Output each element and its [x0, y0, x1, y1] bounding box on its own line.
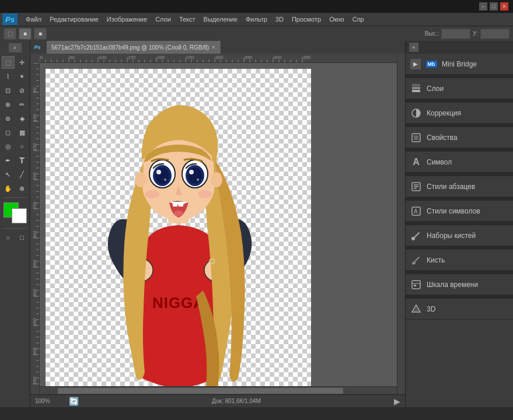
eraser-tool[interactable]: ◻ [2, 126, 15, 139]
status-bar: 100% 🔄 Док: 801,6К/1.04М ▶ [30, 394, 405, 407]
svg-rect-28 [412, 87, 420, 89]
panel-play-icon[interactable]: ▶ [410, 59, 421, 69]
panel-item-properties[interactable]: Свойства [406, 127, 513, 148]
dodge-tool[interactable]: ○ [16, 140, 29, 153]
correction-icon [410, 107, 422, 119]
heal-tool[interactable]: ⊕ [2, 98, 15, 111]
ruler-corner [30, 54, 40, 63]
move-tool[interactable]: ✛ [16, 56, 29, 69]
timeline-icon [410, 279, 422, 290]
panel-item-paragraph-styles[interactable]: Стили абзацев [406, 176, 513, 197]
symbol-label: Символ [427, 158, 452, 166]
marquee-tool[interactable]: ⬚ [2, 56, 15, 69]
svg-rect-22 [179, 203, 183, 206]
status-icon: 🔄 [69, 397, 79, 406]
tool-divider-2 [4, 228, 27, 229]
3d-icon [410, 303, 422, 315]
type-tool[interactable]: T [16, 154, 29, 167]
menu-file[interactable]: Файл [22, 15, 45, 24]
options-btn-2[interactable]: ■ [19, 28, 32, 40]
tab-close-btn[interactable]: ✕ [211, 44, 216, 50]
menu-text[interactable]: Текст [176, 15, 199, 24]
height-label: Выс.: [425, 30, 439, 37]
line-tool[interactable]: ╱ [16, 168, 29, 181]
menu-view[interactable]: Просмотр [288, 15, 324, 24]
menu-window[interactable]: Окно [326, 15, 348, 24]
char-styles-icon: A [410, 205, 422, 217]
height-input[interactable] [441, 29, 470, 39]
canvas-frame: NIGGA [46, 69, 311, 386]
magic-wand-tool[interactable]: ✴ [16, 70, 29, 83]
canvas-ruler-area: NIGGA [30, 54, 405, 394]
menu-image[interactable]: Изображение [103, 15, 151, 24]
canvas-scroll[interactable]: NIGGA [40, 63, 397, 386]
svg-point-8 [211, 172, 222, 187]
pen-tool[interactable]: ✒ [2, 154, 15, 167]
menu-filter[interactable]: Фильтр [242, 15, 271, 24]
horizontal-scrollbar[interactable] [40, 386, 397, 394]
panel-item-char-styles[interactable]: A Стили символов [406, 201, 513, 222]
gradient-tool[interactable]: ▦ [16, 126, 29, 139]
eyedropper-tool[interactable]: ⊘ [16, 84, 29, 97]
tool-row-2: ⌇ ✴ [2, 70, 29, 83]
title-bar: – □ ✕ [0, 0, 513, 13]
svg-point-24 [145, 190, 159, 198]
right-panel: « ▶ Mb Mini Bridge Слои [405, 41, 513, 407]
svg-rect-32 [414, 135, 418, 140]
history-brush-tool[interactable]: ◈ [16, 112, 29, 125]
maximize-button[interactable]: □ [490, 2, 498, 10]
crop-tool[interactable]: ⊡ [2, 84, 15, 97]
svg-rect-21 [173, 203, 177, 206]
horizontal-ruler [40, 54, 397, 63]
panel-items: ▶ Mb Mini Bridge Слои Коррекция [406, 54, 513, 407]
tab-filename: 5671ac27b7c2b151ac087b49.png @ 100% (Сло… [51, 44, 209, 51]
clone-tool[interactable]: ⊚ [2, 112, 15, 125]
panel-item-correction[interactable]: Коррекция [406, 103, 513, 124]
panel-collapse-btn[interactable]: « [409, 43, 418, 52]
panel-header: « [406, 41, 513, 54]
3d-label: 3D [427, 305, 435, 313]
menu-layers[interactable]: Слои [152, 15, 175, 24]
status-arrow: ▶ [394, 397, 400, 406]
anime-character-image: NIGGA [46, 69, 311, 386]
document-size: Док: 801,6К/1.04М [83, 398, 389, 404]
panel-item-3d[interactable]: 3D [406, 299, 513, 320]
path-select-tool[interactable]: ↖ [2, 168, 15, 181]
panel-item-brush[interactable]: Кисть [406, 250, 513, 271]
mask-tool[interactable]: ○ [2, 231, 15, 244]
lasso-tool[interactable]: ⌇ [2, 70, 15, 83]
menu-edit[interactable]: Редактирование [46, 15, 102, 24]
options-btn-3[interactable]: ■ [34, 28, 47, 40]
menu-bar: Ps Файл Редактирование Изображение Слои … [0, 13, 513, 26]
zoom-tool[interactable]: ⊕ [16, 182, 29, 195]
panel-item-symbol[interactable]: A Символ [406, 152, 513, 173]
blur-tool[interactable]: ◎ [2, 140, 15, 153]
options-btn-1[interactable]: ⬚ [4, 28, 16, 40]
screen-mode-tool[interactable]: □ [16, 231, 29, 244]
tool-divider [4, 197, 27, 198]
title-bar-controls: – □ ✕ [479, 2, 508, 10]
vertical-ruler [30, 63, 40, 394]
hand-tool[interactable]: ✋ [2, 182, 15, 195]
scrollbar-thumb-h[interactable] [58, 388, 344, 394]
tool-row-8: ✒ T [2, 154, 29, 167]
document-tab[interactable]: 5671ac27b7c2b151ac087b49.png @ 100% (Сло… [47, 41, 221, 54]
menu-3d[interactable]: 3D [272, 15, 287, 24]
y-label: У: [473, 30, 478, 37]
panel-item-timeline[interactable]: Шкала времени [406, 274, 513, 295]
minimize-button[interactable]: – [479, 2, 487, 10]
ps-logo: Ps [2, 13, 18, 25]
panel-item-mini-bridge[interactable]: ▶ Mb Mini Bridge [406, 54, 513, 75]
layers-icon [410, 83, 422, 94]
symbol-icon: A [410, 156, 422, 168]
background-color[interactable] [12, 208, 27, 223]
y-input[interactable] [480, 29, 509, 39]
panel-item-brush-sets[interactable]: Наборы кистей [406, 225, 513, 246]
panel-item-layers[interactable]: Слои [406, 78, 513, 99]
brush-tool[interactable]: ✏ [16, 98, 29, 111]
vertical-scrollbar[interactable] [397, 54, 405, 394]
close-button[interactable]: ✕ [500, 2, 508, 10]
menu-select[interactable]: Выделение [200, 15, 241, 24]
menu-help[interactable]: Спр [349, 15, 368, 24]
toolbar-collapse-btn[interactable]: « [9, 43, 22, 52]
